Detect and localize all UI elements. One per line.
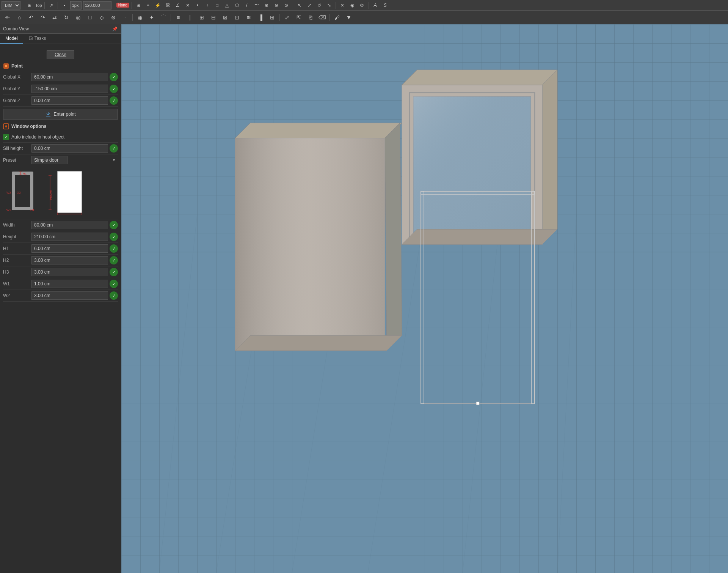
global-y-row: Global Y ✓ [3, 83, 118, 95]
auto-include-checkbox[interactable]: ✓ [3, 134, 9, 140]
undo-icon-btn[interactable]: ↶ [26, 12, 36, 23]
plus-btn[interactable]: + [203, 1, 212, 9]
width-label: Width [3, 222, 31, 228]
separator3 [171, 14, 171, 21]
flip-icon-btn[interactable]: ⇄ [49, 12, 60, 23]
triangle-btn[interactable]: △ [223, 1, 231, 9]
measure-icon-btn[interactable]: ⊡ [232, 12, 242, 23]
text-S-btn[interactable]: S [381, 1, 389, 9]
sill-height-input[interactable] [31, 144, 108, 153]
auto-include-row[interactable]: ✓ Auto include in host object [3, 132, 118, 143]
tab-tasks[interactable]: Tasks [23, 34, 52, 44]
resize-icon-btn[interactable]: ⇱ [293, 12, 304, 23]
poly-icon-btn[interactable]: ◇ [96, 12, 107, 23]
px-label: 1px [70, 1, 82, 9]
pencil-icon-btn[interactable]: ✏ [2, 12, 13, 23]
sill-height-label: Sill height [3, 146, 31, 151]
circle-icon-btn[interactable]: ◎ [73, 12, 83, 23]
text-A-btn[interactable]: A [371, 1, 380, 9]
height-input[interactable] [31, 233, 108, 241]
point-section-header: Point [3, 63, 118, 69]
arrow-btn[interactable]: ↗ [47, 1, 55, 9]
img-icon-btn[interactable]: ▦ [135, 12, 145, 23]
global-y-input[interactable] [31, 85, 108, 93]
h3-input[interactable] [31, 268, 108, 276]
snap2-icon-btn[interactable]: ⊛ [108, 12, 119, 23]
preset-select[interactable]: Simple door Simple window Fixed Open 1-p… [31, 156, 67, 164]
dot-btn[interactable]: • [193, 1, 202, 9]
settings-btn[interactable]: ⚙ [358, 1, 366, 9]
move-btn[interactable]: ⤢ [305, 1, 314, 9]
svg-line-37 [159, 214, 197, 573]
copy-icon-btn[interactable]: ⎘ [305, 12, 316, 23]
magnet-btn[interactable]: ⚡ [154, 1, 162, 9]
eye-btn[interactable]: ◉ [348, 1, 356, 9]
global-z-input[interactable] [31, 96, 108, 105]
chain-btn[interactable]: ⛓ [164, 1, 172, 9]
workbench-select[interactable]: BIM [2, 1, 20, 9]
h1-row: H1 ✓ [3, 243, 118, 255]
point-btn[interactable]: ⊕ [262, 1, 271, 9]
h3-check: ✓ [110, 268, 118, 276]
square-icon-btn[interactable]: □ [85, 12, 95, 23]
x-close-btn[interactable]: ✕ [338, 1, 347, 9]
bar-icon-btn[interactable]: ▐ [255, 12, 266, 23]
intersect-btn[interactable]: ✕ [184, 1, 192, 9]
viewport[interactable] [121, 24, 728, 573]
svg-marker-45 [235, 123, 402, 138]
star-icon-btn[interactable]: ✦ [146, 12, 157, 23]
edge-btn[interactable]: ⊘ [282, 1, 290, 9]
dot2-icon-btn[interactable]: · [120, 12, 130, 23]
rot-btn[interactable]: ↺ [315, 1, 323, 9]
enter-point-button[interactable]: Enter point [3, 109, 118, 120]
door-front-diagrams: HEIGHT WIDTH [46, 169, 84, 216]
grid2-icon-btn[interactable]: ⊟ [208, 12, 219, 23]
global-x-input[interactable] [31, 73, 108, 81]
snap-btn[interactable]: ⌖ [144, 1, 152, 9]
global-x-row: Global X ✓ [3, 71, 118, 83]
square-btn[interactable]: ▪ [60, 1, 69, 9]
rotate-icon-btn[interactable]: ↻ [61, 12, 72, 23]
chart-icon-btn[interactable]: ≋ [243, 12, 254, 23]
angle-btn[interactable]: ∠ [174, 1, 182, 9]
window-options-title: Window options [11, 124, 47, 129]
pin-button[interactable]: 📌 [112, 26, 118, 32]
w2-input[interactable] [31, 291, 108, 300]
mesh-icon-btn[interactable]: ⊠ [220, 12, 231, 23]
h2-check: ✓ [110, 256, 118, 264]
combo-title: Combo View [3, 26, 29, 31]
table-icon-btn[interactable]: ⊞ [196, 12, 207, 23]
svg-marker-51 [402, 70, 557, 85]
pipe-icon-btn[interactable]: ⊞ [267, 12, 278, 23]
top-view-btn[interactable]: ⊞ [25, 1, 34, 9]
h2-input[interactable] [31, 256, 108, 264]
w1-input[interactable] [31, 280, 108, 288]
h1-input[interactable] [31, 244, 108, 253]
wave-btn[interactable]: 〜 [253, 1, 261, 9]
scale-btn[interactable]: ⤡ [325, 1, 333, 9]
zoom-input[interactable]: 120.000 [83, 1, 111, 9]
close-button[interactable]: Close [47, 50, 74, 59]
enter-point-icon [45, 111, 51, 117]
layers-icon-btn[interactable]: ≡ [173, 12, 184, 23]
tab-model[interactable]: Model [0, 34, 23, 44]
cursor-btn[interactable]: ↖ [295, 1, 304, 9]
mid-btn[interactable]: ⊖ [272, 1, 281, 9]
bucket-icon-btn[interactable]: ▼ [344, 12, 354, 23]
delete-icon-btn[interactable]: ⌫ [317, 12, 328, 23]
h3-row: H3 ✓ [3, 266, 118, 278]
col-icon-btn[interactable]: | [185, 12, 195, 23]
window-options-icon [3, 123, 9, 129]
hex-btn[interactable]: ⬡ [233, 1, 241, 9]
move2-icon-btn[interactable]: ⤢ [282, 12, 292, 23]
grid-icon-btn[interactable]: ⊞ [134, 1, 143, 9]
curve-icon-btn[interactable]: ⌒ [158, 12, 169, 23]
svg-text:O1: O1 [30, 208, 35, 212]
slash-btn[interactable]: / [243, 1, 251, 9]
svg-text:HEIGHT: HEIGHT [49, 189, 52, 200]
redo-icon-btn[interactable]: ↷ [38, 12, 48, 23]
paint-icon-btn[interactable]: 🖌 [332, 12, 342, 23]
square2-btn[interactable]: □ [213, 1, 221, 9]
width-input[interactable] [31, 221, 108, 229]
node-icon-btn[interactable]: ⌂ [14, 12, 25, 23]
